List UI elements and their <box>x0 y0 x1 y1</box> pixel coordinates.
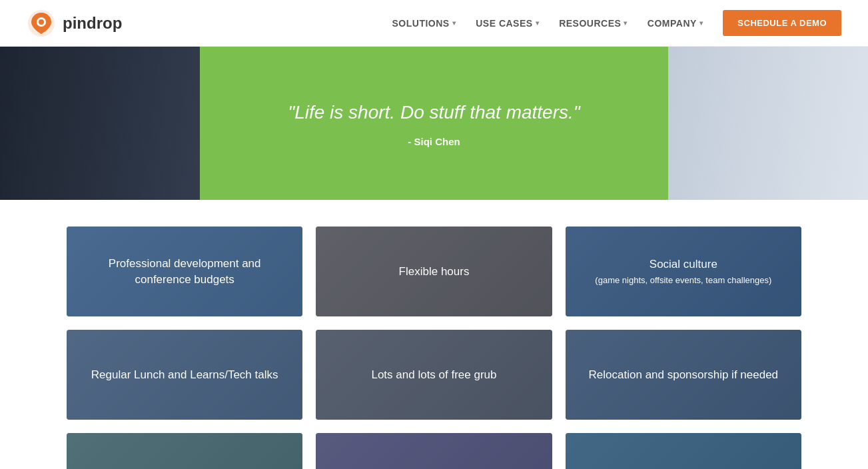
main-nav: SOLUTIONS ▾ USE CASES ▾ RESOURCES ▾ COMP… <box>392 10 841 36</box>
benefits-grid-section: Professional development and conference … <box>0 200 868 469</box>
hero-quote-text: "Life is short. Do stuff that matters." <box>288 99 580 125</box>
solutions-chevron-icon: ▾ <box>452 19 456 27</box>
benefit-item-2[interactable]: Flexible hours <box>316 227 552 316</box>
nav-resources[interactable]: RESOURCES ▾ <box>559 18 628 29</box>
svg-point-2 <box>39 19 44 25</box>
benefit-text-3: Social culture(game nights, offsite even… <box>582 250 785 294</box>
hero-left-image <box>0 47 200 200</box>
resources-chevron-icon: ▾ <box>624 19 628 27</box>
benefit-item-5[interactable]: Lots and lots of free grub <box>316 330 552 420</box>
hero-right-image <box>668 47 868 200</box>
company-chevron-icon: ▾ <box>699 19 703 27</box>
use-cases-chevron-icon: ▾ <box>536 19 540 27</box>
nav-solutions[interactable]: SOLUTIONS ▾ <box>392 18 456 29</box>
benefits-grid: Professional development and conference … <box>67 227 801 469</box>
logo-area[interactable]: pindrop <box>27 9 122 38</box>
benefit-item-3[interactable]: Social culture(game nights, offsite even… <box>566 227 801 316</box>
benefit-item-7[interactable]: Casual work environment <box>67 433 302 469</box>
benefit-text-1: Professional development and conference … <box>67 249 302 294</box>
hero-quote-author: - Siqi Chen <box>408 136 460 147</box>
benefit-text-4: Regular Lunch and Learns/Tech talks <box>78 360 292 390</box>
benefit-text-5: Lots and lots of free grub <box>358 360 510 390</box>
pindrop-logo-icon <box>27 9 56 38</box>
hero-quote-box: "Life is short. Do stuff that matters." … <box>200 47 668 200</box>
benefit-item-6[interactable]: Relocation and sponsorship if needed <box>566 330 801 420</box>
benefit-item-9[interactable]: Health/Dental/Vision + 401K <box>566 433 801 469</box>
benefit-text-9: Health/Dental/Vision + 401K <box>599 464 767 469</box>
nav-company[interactable]: COMPANY ▾ <box>648 18 703 29</box>
header: pindrop SOLUTIONS ▾ USE CASES ▾ RESOURCE… <box>0 0 868 47</box>
hero-section: "Life is short. Do stuff that matters." … <box>0 47 868 200</box>
benefit-subtext-3: (game nights, offsite events, team chall… <box>595 274 771 286</box>
benefit-text-6: Relocation and sponsorship if needed <box>576 360 791 390</box>
schedule-demo-button[interactable]: SCHEDULE A DEMO <box>723 10 841 36</box>
benefit-text-7: Casual work environment <box>107 464 262 469</box>
benefit-item-4[interactable]: Regular Lunch and Learns/Tech talks <box>67 330 302 420</box>
benefit-text-8: Fighting bad guys! <box>374 464 494 469</box>
benefit-item-1[interactable]: Professional development and conference … <box>67 227 302 316</box>
benefit-text-2: Flexible hours <box>386 257 483 286</box>
logo-text: pindrop <box>63 14 122 33</box>
nav-use-cases[interactable]: USE CASES ▾ <box>476 18 539 29</box>
benefit-item-8[interactable]: Fighting bad guys! <box>316 433 552 469</box>
